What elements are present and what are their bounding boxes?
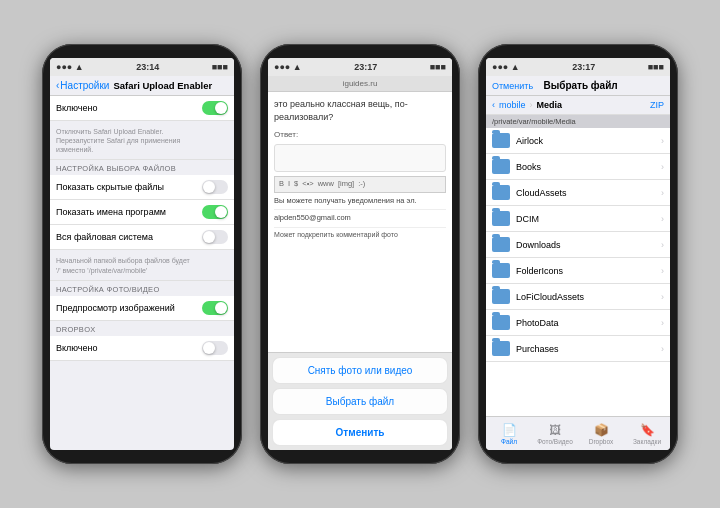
- photo-notice: Может подкрепить комментарий фото: [274, 228, 446, 242]
- section-photo: НАСТРОЙКА ФОТО/ВИДЕО: [50, 281, 234, 296]
- tab-files[interactable]: 📄 Файл: [486, 417, 532, 450]
- tab-dropbox-icon: 📦: [594, 423, 609, 437]
- email-notification: Вы можете получать уведомления на эл.: [274, 193, 446, 211]
- toggle-fs[interactable]: [202, 230, 228, 244]
- file-item-photodata[interactable]: PhotoData ›: [486, 310, 670, 336]
- settings-item-appnames[interactable]: Показать имена программ: [50, 200, 234, 225]
- file-list: Airlock › Books › CloudAssets › DCIM › D…: [486, 128, 670, 416]
- tab-dropbox[interactable]: 📦 Dropbox: [578, 417, 624, 450]
- toggle-appnames[interactable]: [202, 205, 228, 219]
- time-3: 23:17: [572, 62, 595, 72]
- folder-icon-dcim: [492, 211, 510, 226]
- settings-item-preview[interactable]: Предпросмотр изображений: [50, 296, 234, 321]
- settings-list: Включено Отключить Safari Upload Enabler…: [50, 96, 234, 450]
- action-sheet: Снять фото или видео Выбрать файл Отмени…: [268, 352, 452, 450]
- settings-item-enabled[interactable]: Включено: [50, 96, 234, 121]
- file-item-dcim[interactable]: DCIM ›: [486, 206, 670, 232]
- status-bar-3: ●●● ▲ 23:17 ■■■: [486, 58, 670, 76]
- file-name-books: Books: [516, 162, 655, 172]
- settings-item-fs[interactable]: Вся файловая система: [50, 225, 234, 250]
- action-photo[interactable]: Снять фото или видео: [272, 357, 448, 384]
- nav-title-1: Safari Upload Enabler: [113, 80, 212, 91]
- format-toolbar: B I $ <•> www [img] :-): [274, 176, 446, 193]
- url-bar[interactable]: iguides.ru: [268, 76, 452, 92]
- settings-item-hidden[interactable]: Показать скрытые файлы: [50, 175, 234, 200]
- section-dropbox: DROPBOX: [50, 321, 234, 336]
- file-name-foldericons: FolderIcons: [516, 266, 655, 276]
- toolbar-img[interactable]: [img]: [338, 179, 354, 190]
- chevron-cloudassets: ›: [661, 188, 664, 198]
- breadcrumb-media[interactable]: Media: [537, 100, 563, 110]
- label-dropbox: Включено: [56, 343, 98, 353]
- toolbar-smile[interactable]: :-): [358, 179, 365, 190]
- file-item-downloads[interactable]: Downloads ›: [486, 232, 670, 258]
- label-hidden: Показать скрытые файлы: [56, 182, 164, 192]
- file-name-dcim: DCIM: [516, 214, 655, 224]
- breadcrumb-zip[interactable]: ZIP: [650, 100, 664, 110]
- phone-2: ●●● ▲ 23:17 ■■■ iguides.ru это реально к…: [260, 44, 460, 464]
- tab-bar: 📄 Файл 🖼 Фото/Видео 📦 Dropbox 🔖 Закладки: [486, 416, 670, 450]
- settings-item-dropbox[interactable]: Включено: [50, 336, 234, 361]
- toggle-hidden[interactable]: [202, 180, 228, 194]
- breadcrumb-separator: ›: [530, 100, 533, 110]
- file-nav-bar: Отменить Выбрать файл: [486, 76, 670, 96]
- toolbar-code[interactable]: <•>: [302, 179, 313, 190]
- action-file[interactable]: Выбрать файл: [272, 388, 448, 415]
- toggle-preview[interactable]: [202, 301, 228, 315]
- folder-icon-lofi: [492, 289, 510, 304]
- chevron-left-icon: ‹: [56, 80, 59, 91]
- battery-icon-2: ■■■: [430, 62, 446, 72]
- back-button-1[interactable]: ‹ Настройки: [56, 80, 109, 91]
- breadcrumb-back-icon[interactable]: ‹: [492, 100, 495, 110]
- file-item-books[interactable]: Books ›: [486, 154, 670, 180]
- action-cancel[interactable]: Отменить: [272, 419, 448, 446]
- nav-bar-1: ‹ Настройки Safari Upload Enabler: [50, 76, 234, 96]
- chevron-airlock: ›: [661, 136, 664, 146]
- phone-3-screen: ●●● ▲ 23:17 ■■■ Отменить Выбрать файл ‹ …: [486, 58, 670, 450]
- file-item-lofi[interactable]: LoFiCloudAssets ›: [486, 284, 670, 310]
- folder-icon-cloudassets: [492, 185, 510, 200]
- toolbar-link[interactable]: www: [318, 179, 334, 190]
- email-address: alpden550@gmail.com: [274, 210, 446, 228]
- toggle-enabled[interactable]: [202, 101, 228, 115]
- battery-icon-1: ■■■: [212, 62, 228, 72]
- phone-2-screen: ●●● ▲ 23:17 ■■■ iguides.ru это реально к…: [268, 58, 452, 450]
- battery-icon-3: ■■■: [648, 62, 664, 72]
- file-item-cloudassets[interactable]: CloudAssets ›: [486, 180, 670, 206]
- toggle-dropbox[interactable]: [202, 341, 228, 355]
- folder-icon-downloads: [492, 237, 510, 252]
- cancel-button[interactable]: Отменить: [492, 81, 533, 91]
- folder-icon-photodata: [492, 315, 510, 330]
- time-2: 23:17: [354, 62, 377, 72]
- phone-1-screen: ●●● ▲ 23:14 ■■■ ‹ Настройки Safari Uploa…: [50, 58, 234, 450]
- label-appnames: Показать имена программ: [56, 207, 166, 217]
- tab-photos-icon: 🖼: [549, 423, 561, 437]
- breadcrumb-bar: ‹ mobile › Media ZIP: [486, 96, 670, 115]
- path-text: /private/var/mobile/Media: [492, 117, 576, 126]
- tab-bookmarks[interactable]: 🔖 Закладки: [624, 417, 670, 450]
- tab-files-label: Файл: [501, 438, 517, 445]
- toolbar-italic[interactable]: I: [288, 179, 290, 190]
- toolbar-bold[interactable]: B: [279, 179, 284, 190]
- settings-item-desc1: Отключить Safari Upload Enabler.Перезапу…: [50, 121, 234, 160]
- toolbar-strikethrough[interactable]: $: [294, 179, 298, 190]
- tab-photos[interactable]: 🖼 Фото/Видео: [532, 417, 578, 450]
- status-bar-2: ●●● ▲ 23:17 ■■■: [268, 58, 452, 76]
- signal-icon: ●●● ▲: [56, 62, 84, 72]
- web-text: это реально классная вещь, по-реализовал…: [274, 98, 446, 123]
- folder-icon-books: [492, 159, 510, 174]
- text-area[interactable]: [274, 144, 446, 172]
- phone-3: ●●● ▲ 23:17 ■■■ Отменить Выбрать файл ‹ …: [478, 44, 678, 464]
- breadcrumb-mobile[interactable]: mobile: [499, 100, 526, 110]
- file-item-purchases[interactable]: Purchases ›: [486, 336, 670, 362]
- file-name-cloudassets: CloudAssets: [516, 188, 655, 198]
- file-item-foldericons[interactable]: FolderIcons ›: [486, 258, 670, 284]
- desc-path: Начальной папкой выбора файлов будет'/' …: [56, 257, 190, 274]
- settings-item-desc2: Начальной папкой выбора файлов будет'/' …: [50, 250, 234, 281]
- chevron-purchases: ›: [661, 344, 664, 354]
- chevron-downloads: ›: [661, 240, 664, 250]
- folder-icon-purchases: [492, 341, 510, 356]
- chevron-photodata: ›: [661, 318, 664, 328]
- folder-icon-foldericons: [492, 263, 510, 278]
- file-item-airlock[interactable]: Airlock ›: [486, 128, 670, 154]
